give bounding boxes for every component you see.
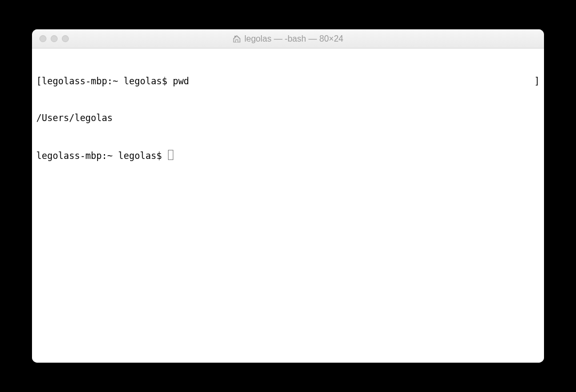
line-1-left: [legolass-mbp:~ legolas$ pwd [36, 75, 189, 87]
open-bracket: [ [36, 76, 42, 86]
window-title-group: legolas — -bash — 80×24 [32, 34, 544, 44]
terminal-window: legolas — -bash — 80×24 [legolass-mbp:~ … [32, 29, 544, 363]
terminal-line-2: /Users/legolas [36, 112, 540, 124]
terminal-line-3: legolass-mbp:~ legolas$ [36, 149, 540, 162]
command-1: pwd [173, 76, 189, 86]
zoom-button[interactable] [62, 35, 69, 42]
close-button[interactable] [39, 35, 46, 42]
titlebar[interactable]: legolas — -bash — 80×24 [32, 29, 544, 49]
traffic-lights [39, 35, 69, 42]
minimize-button[interactable] [51, 35, 58, 42]
home-icon [233, 35, 241, 43]
window-title: legolas — -bash — 80×24 [244, 34, 343, 44]
close-bracket: ] [534, 75, 540, 87]
cursor [168, 150, 173, 160]
output-line: /Users/legolas [36, 112, 113, 124]
terminal-body[interactable]: [legolass-mbp:~ legolas$ pwd ] /Users/le… [32, 49, 544, 363]
terminal-line-1: [legolass-mbp:~ legolas$ pwd ] [36, 75, 540, 87]
prompt-1: legolass-mbp:~ legolas$ [42, 76, 173, 86]
prompt-2: legolass-mbp:~ legolas$ [36, 150, 167, 162]
